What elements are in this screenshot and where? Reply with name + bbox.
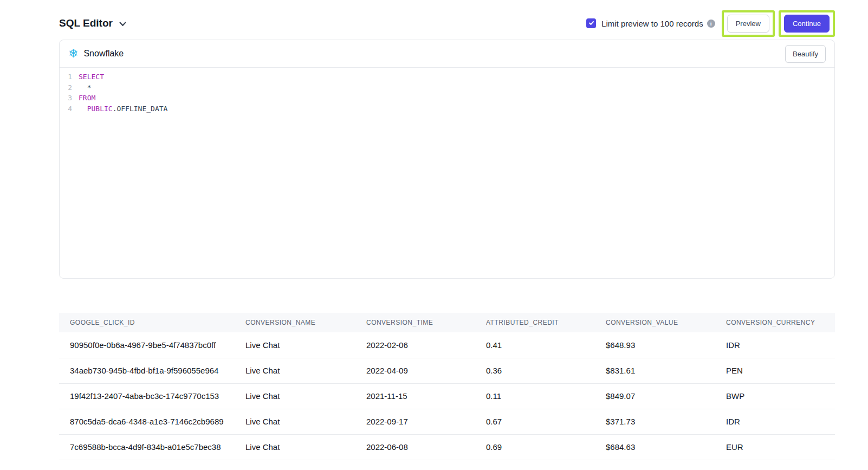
line-number: 3 (67, 93, 72, 104)
cell-conversion-time: 2021-11-15 (355, 383, 475, 409)
code-line: 4 PUBLIC.OFFLINE_DATA (67, 104, 834, 114)
sql-editor-card: ❄ Snowflake Beautify 1 SELECT 2 * 3 FROM… (59, 40, 835, 279)
table-row: 7c69588b-bcca-4d9f-834b-a01e5c7bec38 Liv… (59, 434, 835, 460)
annotation-highlight-continue: Continue (779, 10, 835, 37)
results-table: GOOGLE_CLICK_ID CONVERSION_NAME CONVERSI… (59, 313, 835, 460)
column-header: GOOGLE_CLICK_ID (59, 313, 235, 332)
cell-conversion-name: Live Chat (235, 358, 355, 383)
sql-editor-title-dropdown[interactable]: SQL Editor (59, 17, 126, 29)
editor-header: ❄ Snowflake Beautify (60, 40, 834, 68)
cell-conversion-value: $849.07 (595, 383, 715, 409)
line-number: 1 (67, 72, 72, 82)
line-number: 4 (67, 104, 72, 114)
beautify-button[interactable]: Beautify (785, 45, 826, 63)
preview-button[interactable]: Preview (727, 15, 769, 33)
cell-conversion-value: $371.73 (595, 409, 715, 434)
sql-keyword: SELECT (79, 73, 104, 81)
cell-conversion-currency: BWP (715, 383, 835, 409)
cell-conversion-currency: IDR (715, 332, 835, 358)
sql-keyword: PUBLIC (79, 105, 113, 113)
cell-attributed-credit: 0.67 (475, 409, 595, 434)
annotation-highlight-preview: Preview (722, 10, 775, 37)
column-header: CONVERSION_TIME (355, 313, 475, 332)
cell-conversion-name: Live Chat (235, 383, 355, 409)
page: SQL Editor Limit preview to 100 records … (0, 10, 868, 460)
limit-preview-label: Limit preview to 100 records (601, 19, 703, 28)
cell-google-click-id: 7c69588b-bcca-4d9f-834b-a01e5c7bec38 (59, 434, 235, 460)
cell-conversion-currency: IDR (715, 409, 835, 434)
cell-google-click-id: 870c5da5-dca6-4348-a1e3-7146c2cb9689 (59, 409, 235, 434)
table-row: 90950f0e-0b6a-4967-9be5-4f74837bc0ff Liv… (59, 332, 835, 358)
cell-conversion-value: $684.63 (595, 434, 715, 460)
cell-attributed-credit: 0.41 (475, 332, 595, 358)
cell-google-click-id: 34aeb730-945b-4fbd-bf1a-9f596055e964 (59, 358, 235, 383)
column-header: CONVERSION_NAME (235, 313, 355, 332)
table-row: 870c5da5-dca6-4348-a1e3-7146c2cb9689 Liv… (59, 409, 835, 434)
cell-conversion-time: 2022-02-06 (355, 332, 475, 358)
cell-conversion-name: Live Chat (235, 332, 355, 358)
cell-attributed-credit: 0.69 (475, 434, 595, 460)
connector-name: Snowflake (83, 49, 124, 59)
cell-attributed-credit: 0.36 (475, 358, 595, 383)
check-icon (588, 18, 594, 28)
column-header: CONVERSION_VALUE (595, 313, 715, 332)
cell-conversion-name: Live Chat (235, 434, 355, 460)
table-header-row: GOOGLE_CLICK_ID CONVERSION_NAME CONVERSI… (59, 313, 835, 332)
cell-google-click-id: 19f42f13-2407-4aba-bc3c-174c9770c153 (59, 383, 235, 409)
chevron-down-icon[interactable] (119, 22, 126, 27)
continue-button[interactable]: Continue (784, 15, 830, 33)
sql-text: .OFFLINE_DATA (113, 105, 168, 113)
limit-preview-checkbox[interactable] (586, 18, 596, 28)
cell-conversion-currency: PEN (715, 358, 835, 383)
code-line: 1 SELECT (67, 72, 834, 82)
cell-conversion-value: $831.61 (595, 358, 715, 383)
snowflake-icon: ❄ (68, 48, 78, 60)
cell-conversion-time: 2022-06-08 (355, 434, 475, 460)
topbar: SQL Editor Limit preview to 100 records … (59, 10, 835, 37)
info-icon[interactable]: i (707, 20, 715, 28)
code-line: 3 FROM (67, 93, 834, 104)
cell-conversion-time: 2022-04-09 (355, 358, 475, 383)
code-line: 2 * (67, 82, 834, 93)
sql-keyword: FROM (79, 94, 95, 102)
table-row: 19f42f13-2407-4aba-bc3c-174c9770c153 Liv… (59, 383, 835, 409)
cell-attributed-credit: 0.11 (475, 383, 595, 409)
line-number: 2 (67, 82, 72, 93)
cell-conversion-currency: EUR (715, 434, 835, 460)
sql-code-editor[interactable]: 1 SELECT 2 * 3 FROM 4 PUBLIC.OFFLINE_DAT… (60, 68, 834, 278)
column-header: ATTRIBUTED_CREDIT (475, 313, 595, 332)
results-section: GOOGLE_CLICK_ID CONVERSION_NAME CONVERSI… (59, 313, 835, 460)
sql-text: * (79, 83, 91, 92)
limit-preview-checkbox-group[interactable]: Limit preview to 100 records i (586, 18, 715, 28)
topbar-actions: Limit preview to 100 records i Preview C… (586, 10, 835, 37)
cell-google-click-id: 90950f0e-0b6a-4967-9be5-4f74837bc0ff (59, 332, 235, 358)
cell-conversion-value: $648.93 (595, 332, 715, 358)
cell-conversion-name: Live Chat (235, 409, 355, 434)
page-title: SQL Editor (59, 17, 113, 29)
table-row: 34aeb730-945b-4fbd-bf1a-9f596055e964 Liv… (59, 358, 835, 383)
column-header: CONVERSION_CURRENCY (715, 313, 835, 332)
cell-conversion-time: 2022-09-17 (355, 409, 475, 434)
